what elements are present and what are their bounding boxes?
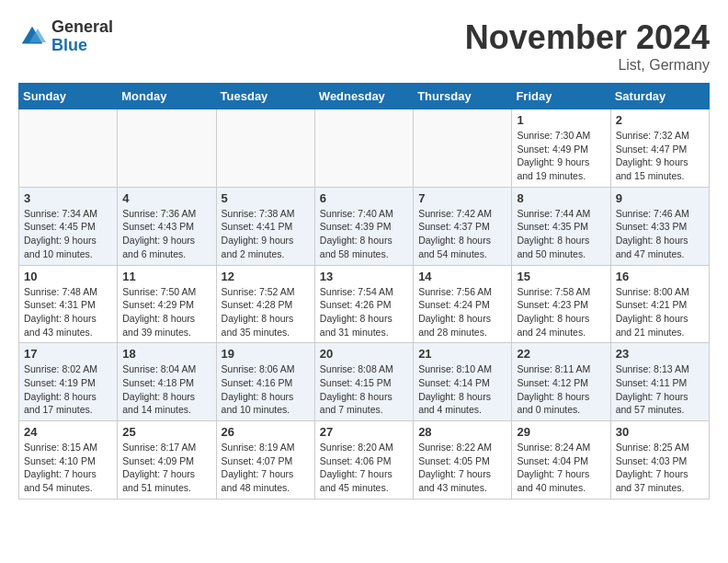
table-row: 22Sunrise: 8:11 AM Sunset: 4:12 PM Dayli…	[512, 343, 610, 421]
day-info: Sunrise: 7:42 AM Sunset: 4:37 PM Dayligh…	[418, 207, 506, 261]
day-info: Sunrise: 8:08 AM Sunset: 4:15 PM Dayligh…	[320, 362, 408, 417]
day-number: 22	[517, 347, 605, 361]
table-row: 21Sunrise: 8:10 AM Sunset: 4:14 PM Dayli…	[414, 343, 512, 421]
table-row: 3Sunrise: 7:34 AM Sunset: 4:45 PM Daylig…	[19, 187, 118, 265]
col-tuesday: Tuesday	[216, 84, 314, 109]
day-number: 6	[320, 191, 408, 205]
day-info: Sunrise: 7:54 AM Sunset: 4:26 PM Dayligh…	[320, 285, 408, 339]
table-row: 23Sunrise: 8:13 AM Sunset: 4:11 PM Dayli…	[610, 343, 709, 421]
table-row: 17Sunrise: 8:02 AM Sunset: 4:19 PM Dayli…	[19, 343, 118, 421]
col-sunday: Sunday	[19, 84, 118, 109]
day-number: 9	[616, 191, 704, 205]
day-number: 25	[122, 425, 210, 439]
table-row: 24Sunrise: 8:15 AM Sunset: 4:10 PM Dayli…	[19, 421, 118, 500]
day-info: Sunrise: 7:40 AM Sunset: 4:39 PM Dayligh…	[320, 207, 408, 261]
day-number: 7	[418, 191, 506, 205]
table-row: 4Sunrise: 7:36 AM Sunset: 4:43 PM Daylig…	[118, 187, 216, 265]
day-info: Sunrise: 8:13 AM Sunset: 4:11 PM Dayligh…	[616, 362, 704, 417]
table-row	[216, 109, 314, 188]
calendar-table: Sunday Monday Tuesday Wednesday Thursday…	[18, 83, 710, 500]
table-row: 28Sunrise: 8:22 AM Sunset: 4:05 PM Dayli…	[414, 421, 512, 500]
month-title: November 2024	[465, 18, 710, 57]
day-number: 15	[517, 270, 605, 283]
location: List, Germany	[465, 57, 710, 74]
day-number: 21	[418, 347, 506, 361]
day-number: 19	[222, 347, 310, 361]
day-number: 27	[320, 425, 408, 439]
day-info: Sunrise: 8:11 AM Sunset: 4:12 PM Dayligh…	[517, 362, 605, 417]
day-number: 11	[122, 270, 210, 283]
table-row	[414, 109, 512, 188]
day-info: Sunrise: 7:58 AM Sunset: 4:23 PM Dayligh…	[517, 285, 605, 339]
day-info: Sunrise: 7:36 AM Sunset: 4:43 PM Dayligh…	[122, 207, 210, 261]
day-number: 18	[122, 347, 210, 361]
table-row: 11Sunrise: 7:50 AM Sunset: 4:29 PM Dayli…	[118, 265, 216, 343]
table-row: 19Sunrise: 8:06 AM Sunset: 4:16 PM Dayli…	[216, 343, 314, 421]
day-info: Sunrise: 7:52 AM Sunset: 4:28 PM Dayligh…	[222, 285, 310, 339]
calendar-week-row: 24Sunrise: 8:15 AM Sunset: 4:10 PM Dayli…	[19, 421, 710, 500]
day-info: Sunrise: 8:10 AM Sunset: 4:14 PM Dayligh…	[418, 362, 506, 417]
day-info: Sunrise: 7:56 AM Sunset: 4:24 PM Dayligh…	[418, 285, 506, 339]
day-info: Sunrise: 8:04 AM Sunset: 4:18 PM Dayligh…	[122, 362, 210, 417]
day-number: 26	[222, 425, 310, 439]
col-monday: Monday	[118, 84, 216, 109]
day-number: 2	[616, 113, 704, 127]
day-number: 28	[418, 425, 506, 439]
day-number: 12	[222, 270, 310, 283]
calendar-week-row: 17Sunrise: 8:02 AM Sunset: 4:19 PM Dayli…	[19, 343, 710, 421]
day-number: 16	[616, 270, 704, 283]
table-row: 18Sunrise: 8:04 AM Sunset: 4:18 PM Dayli…	[118, 343, 216, 421]
table-row: 7Sunrise: 7:42 AM Sunset: 4:37 PM Daylig…	[414, 187, 512, 265]
day-number: 14	[418, 270, 506, 283]
calendar-week-row: 10Sunrise: 7:48 AM Sunset: 4:31 PM Dayli…	[19, 265, 710, 343]
day-info: Sunrise: 8:00 AM Sunset: 4:21 PM Dayligh…	[616, 285, 704, 339]
day-number: 24	[24, 425, 112, 439]
page-header: General Blue November 2024 List, Germany	[18, 18, 710, 74]
table-row: 29Sunrise: 8:24 AM Sunset: 4:04 PM Dayli…	[512, 421, 610, 500]
day-info: Sunrise: 8:20 AM Sunset: 4:06 PM Dayligh…	[320, 441, 408, 495]
table-row	[118, 109, 216, 188]
col-saturday: Saturday	[610, 84, 709, 109]
table-row: 13Sunrise: 7:54 AM Sunset: 4:26 PM Dayli…	[314, 265, 413, 343]
day-number: 3	[24, 191, 112, 205]
table-row: 6Sunrise: 7:40 AM Sunset: 4:39 PM Daylig…	[314, 187, 413, 265]
col-wednesday: Wednesday	[314, 84, 413, 109]
day-info: Sunrise: 7:50 AM Sunset: 4:29 PM Dayligh…	[122, 285, 210, 339]
logo-general: General	[51, 18, 113, 37]
table-row: 8Sunrise: 7:44 AM Sunset: 4:35 PM Daylig…	[512, 187, 610, 265]
table-row: 14Sunrise: 7:56 AM Sunset: 4:24 PM Dayli…	[414, 265, 512, 343]
day-info: Sunrise: 8:22 AM Sunset: 4:05 PM Dayligh…	[418, 441, 506, 495]
day-info: Sunrise: 8:25 AM Sunset: 4:03 PM Dayligh…	[616, 441, 704, 495]
day-number: 23	[616, 347, 704, 361]
logo-text: General Blue	[51, 18, 113, 55]
table-row: 12Sunrise: 7:52 AM Sunset: 4:28 PM Dayli…	[216, 265, 314, 343]
day-info: Sunrise: 7:34 AM Sunset: 4:45 PM Dayligh…	[24, 207, 112, 261]
table-row: 1Sunrise: 7:30 AM Sunset: 4:49 PM Daylig…	[512, 109, 610, 188]
calendar-header-row: Sunday Monday Tuesday Wednesday Thursday…	[19, 84, 710, 109]
day-info: Sunrise: 8:19 AM Sunset: 4:07 PM Dayligh…	[222, 441, 310, 495]
day-info: Sunrise: 8:24 AM Sunset: 4:04 PM Dayligh…	[517, 441, 605, 495]
day-number: 5	[222, 191, 310, 205]
table-row: 15Sunrise: 7:58 AM Sunset: 4:23 PM Dayli…	[512, 265, 610, 343]
title-block: November 2024 List, Germany	[465, 18, 710, 74]
day-info: Sunrise: 7:46 AM Sunset: 4:33 PM Dayligh…	[616, 207, 704, 261]
day-info: Sunrise: 8:02 AM Sunset: 4:19 PM Dayligh…	[24, 362, 112, 417]
day-info: Sunrise: 8:15 AM Sunset: 4:10 PM Dayligh…	[24, 441, 112, 495]
table-row	[19, 109, 118, 188]
day-number: 17	[24, 347, 112, 361]
logo-icon	[18, 23, 46, 51]
day-number: 1	[517, 113, 605, 127]
day-info: Sunrise: 7:44 AM Sunset: 4:35 PM Dayligh…	[517, 207, 605, 261]
table-row: 9Sunrise: 7:46 AM Sunset: 4:33 PM Daylig…	[610, 187, 709, 265]
day-number: 20	[320, 347, 408, 361]
day-number: 30	[616, 425, 704, 439]
day-info: Sunrise: 8:17 AM Sunset: 4:09 PM Dayligh…	[122, 441, 210, 495]
table-row: 10Sunrise: 7:48 AM Sunset: 4:31 PM Dayli…	[19, 265, 118, 343]
day-number: 8	[517, 191, 605, 205]
day-info: Sunrise: 7:48 AM Sunset: 4:31 PM Dayligh…	[24, 285, 112, 339]
table-row: 25Sunrise: 8:17 AM Sunset: 4:09 PM Dayli…	[118, 421, 216, 500]
day-info: Sunrise: 7:30 AM Sunset: 4:49 PM Dayligh…	[517, 129, 605, 183]
day-info: Sunrise: 7:32 AM Sunset: 4:47 PM Dayligh…	[616, 129, 704, 183]
table-row: 16Sunrise: 8:00 AM Sunset: 4:21 PM Dayli…	[610, 265, 709, 343]
day-number: 10	[24, 270, 112, 283]
